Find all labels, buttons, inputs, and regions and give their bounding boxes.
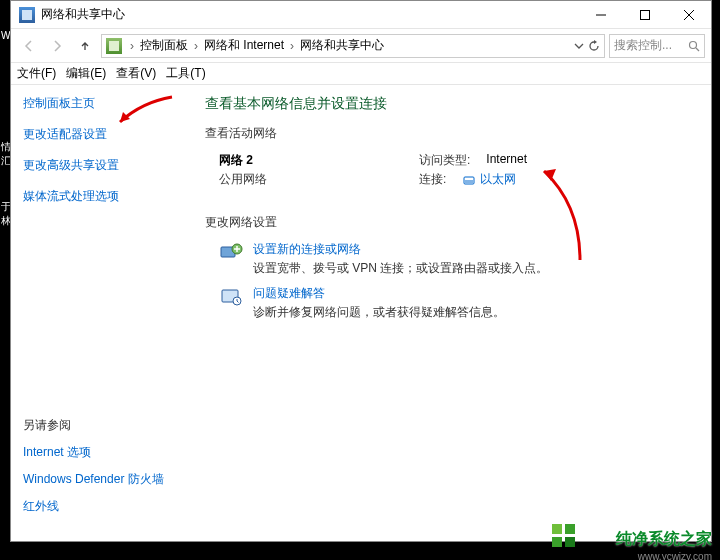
- new-connection-icon: [219, 241, 243, 265]
- connection-value: 以太网: [480, 171, 516, 188]
- sidebar-see-also: 另请参阅 Internet 选项 Windows Defender 防火墙 红外…: [23, 417, 177, 531]
- svg-rect-18: [565, 537, 575, 547]
- access-type-value: Internet: [486, 152, 527, 169]
- task-troubleshoot: 问题疑难解答 诊断并修复网络问题，或者获得疑难解答信息。: [205, 285, 695, 321]
- control-panel-window: 网络和共享中心 › 控制面板 › 网络和 Internet › 网络和: [10, 0, 712, 542]
- change-settings-header: 更改网络设置: [205, 214, 695, 231]
- address-bar: › 控制面板 › 网络和 Internet › 网络和共享中心 搜索控制...: [11, 29, 711, 63]
- svg-rect-16: [565, 524, 575, 534]
- sidebar-link-adapter-settings[interactable]: 更改适配器设置: [23, 126, 177, 143]
- ethernet-icon: [462, 173, 476, 187]
- titlebar: 网络和共享中心: [11, 1, 711, 29]
- menu-tools[interactable]: 工具(T): [166, 65, 205, 82]
- active-network-header: 查看活动网络: [205, 125, 695, 142]
- window-title: 网络和共享中心: [41, 6, 125, 23]
- search-input[interactable]: 搜索控制...: [609, 34, 705, 58]
- menu-edit[interactable]: 编辑(E): [66, 65, 106, 82]
- connection-label: 连接:: [419, 171, 446, 188]
- task-new-connection: 设置新的连接或网络 设置宽带、拨号或 VPN 连接；或设置路由器或接入点。: [205, 241, 695, 277]
- maximize-button[interactable]: [623, 1, 667, 29]
- page-heading: 查看基本网络信息并设置连接: [205, 95, 695, 113]
- chevron-right-icon: ›: [288, 39, 296, 53]
- chevron-down-icon[interactable]: [574, 41, 584, 51]
- menu-view[interactable]: 查看(V): [116, 65, 156, 82]
- search-icon: [688, 40, 700, 52]
- chevron-right-icon: ›: [128, 39, 136, 53]
- task-new-connection-desc: 设置宽带、拨号或 VPN 连接；或设置路由器或接入点。: [253, 260, 548, 277]
- task-new-connection-link[interactable]: 设置新的连接或网络: [253, 241, 548, 258]
- watermark-logo: [550, 522, 580, 552]
- see-also-defender-firewall[interactable]: Windows Defender 防火墙: [23, 471, 177, 488]
- network-name: 网络 2: [219, 152, 419, 169]
- see-also-header: 另请参阅: [23, 417, 177, 434]
- breadcrumb-item[interactable]: 网络和 Internet: [202, 37, 286, 54]
- sidebar-home-link[interactable]: 控制面板主页: [23, 95, 177, 112]
- see-also-infrared[interactable]: 红外线: [23, 498, 177, 515]
- troubleshoot-icon: [219, 285, 243, 309]
- app-icon: [19, 7, 35, 23]
- svg-line-5: [696, 48, 699, 51]
- sidebar-link-media-streaming[interactable]: 媒体流式处理选项: [23, 188, 177, 205]
- breadcrumb[interactable]: › 控制面板 › 网络和 Internet › 网络和共享中心: [101, 34, 605, 58]
- watermark-text: 纯净系统之家: [616, 529, 712, 550]
- up-button[interactable]: [73, 34, 97, 58]
- task-troubleshoot-desc: 诊断并修复网络问题，或者获得疑难解答信息。: [253, 304, 505, 321]
- refresh-icon[interactable]: [588, 40, 600, 52]
- active-network-row: 网络 2 公用网络 访问类型: Internet 连接:: [205, 152, 695, 190]
- menubar: 文件(F) 编辑(E) 查看(V) 工具(T): [11, 63, 711, 85]
- forward-button[interactable]: [45, 34, 69, 58]
- control-panel-icon: [106, 38, 122, 54]
- chevron-right-icon: ›: [192, 39, 200, 53]
- sidebar-link-advanced-sharing[interactable]: 更改高级共享设置: [23, 157, 177, 174]
- watermark-url: www.ycwjzy.com: [638, 551, 712, 560]
- desktop-left-strip: W 情 汇 于 林: [0, 0, 10, 560]
- see-also-internet-options[interactable]: Internet 选项: [23, 444, 177, 461]
- task-troubleshoot-link[interactable]: 问题疑难解答: [253, 285, 505, 302]
- connection-link[interactable]: 以太网: [462, 171, 516, 188]
- search-placeholder: 搜索控制...: [614, 37, 672, 54]
- menu-file[interactable]: 文件(F): [17, 65, 56, 82]
- access-type-label: 访问类型:: [419, 152, 470, 169]
- svg-point-4: [690, 41, 697, 48]
- back-button[interactable]: [17, 34, 41, 58]
- breadcrumb-item[interactable]: 网络和共享中心: [298, 37, 386, 54]
- content-area: 控制面板主页 更改适配器设置 更改高级共享设置 媒体流式处理选项 另请参阅 In…: [11, 85, 711, 541]
- close-button[interactable]: [667, 1, 711, 29]
- svg-rect-1: [641, 10, 650, 19]
- sidebar: 控制面板主页 更改适配器设置 更改高级共享设置 媒体流式处理选项 另请参阅 In…: [11, 85, 189, 541]
- svg-rect-17: [552, 537, 562, 547]
- main-panel: 查看基本网络信息并设置连接 查看活动网络 网络 2 公用网络 访问类型: Int…: [189, 85, 711, 541]
- svg-rect-15: [552, 524, 562, 534]
- breadcrumb-item[interactable]: 控制面板: [138, 37, 190, 54]
- minimize-button[interactable]: [579, 1, 623, 29]
- network-type: 公用网络: [219, 171, 419, 188]
